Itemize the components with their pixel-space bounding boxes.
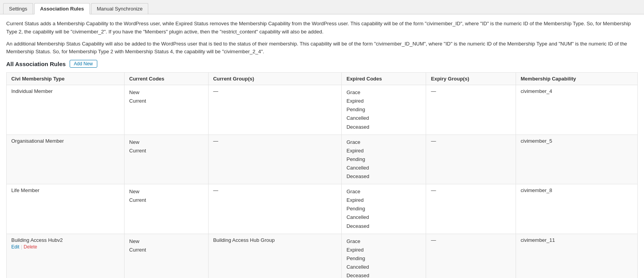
cell-membership-type: Individual Member	[7, 85, 125, 135]
cell-expired-codes: GraceExpiredPendingCancelledDeceased	[342, 135, 426, 184]
cell-current-codes: NewCurrent	[125, 184, 209, 234]
tabs-bar: Settings Association Rules Manual Synchr…	[0, 0, 644, 14]
edit-link[interactable]: Edit	[11, 244, 19, 250]
section-header: All Association Rules Add New	[6, 60, 638, 68]
cell-membership-type: Life Member	[7, 184, 125, 234]
cell-current-groups: —	[208, 135, 342, 184]
table-row: Organisational MemberNewCurrent—GraceExp…	[7, 135, 638, 184]
cell-capability: civimember_4	[516, 85, 638, 135]
delete-link[interactable]: Delete	[24, 244, 37, 250]
cell-capability: civimember_11	[516, 234, 638, 278]
table-row: Building Access Hubv2Edit | DeleteNewCur…	[7, 234, 638, 278]
cell-expired-codes: GraceExpiredPendingCancelledDeceased	[342, 85, 426, 135]
table-header-row: Civi Membership Type Current Codes Curre…	[7, 73, 638, 85]
cell-current-codes: NewCurrent	[125, 234, 209, 278]
page-wrapper: Settings Association Rules Manual Synchr…	[0, 0, 644, 278]
table-row: Life MemberNewCurrent—GraceExpiredPendin…	[7, 184, 638, 234]
tab-manual-synchronize[interactable]: Manual Synchronize	[91, 3, 149, 14]
tab-association-rules[interactable]: Association Rules	[34, 3, 90, 14]
col-header-current-groups: Current Group(s)	[208, 73, 342, 85]
tab-settings[interactable]: Settings	[3, 3, 33, 14]
action-separator: |	[21, 244, 22, 250]
table-row: Individual MemberNewCurrent—GraceExpired…	[7, 85, 638, 135]
col-header-capability: Membership Capability	[516, 73, 638, 85]
cell-current-codes: NewCurrent	[125, 85, 209, 135]
col-header-expired-codes: Expired Codes	[342, 73, 426, 85]
cell-expiry-groups: —	[426, 184, 516, 234]
cell-expiry-groups: —	[426, 135, 516, 184]
cell-expired-codes: GraceExpiredPendingCancelledDeceased	[342, 234, 426, 278]
cell-current-codes: NewCurrent	[125, 135, 209, 184]
cell-membership-type: Organisational Member	[7, 135, 125, 184]
cell-current-groups: Building Access Hub Group	[208, 234, 342, 278]
cell-current-groups: —	[208, 184, 342, 234]
cell-expiry-groups: —	[426, 85, 516, 135]
row-actions: Edit | Delete	[11, 244, 119, 250]
association-rules-table: Civi Membership Type Current Codes Curre…	[6, 72, 638, 278]
col-header-current-codes: Current Codes	[125, 73, 209, 85]
cell-current-groups: —	[208, 85, 342, 135]
col-header-expiry-groups: Expiry Group(s)	[426, 73, 516, 85]
col-header-membership-type: Civi Membership Type	[7, 73, 125, 85]
main-content: Current Status adds a Membership Capabil…	[0, 14, 644, 278]
description-paragraph-2: An additional Membership Status Capabili…	[6, 40, 638, 56]
cell-expiry-groups: —	[426, 234, 516, 278]
description-paragraph-1: Current Status adds a Membership Capabil…	[6, 20, 638, 36]
cell-capability: civimember_8	[516, 184, 638, 234]
cell-membership-type: Building Access Hubv2Edit | Delete	[7, 234, 125, 278]
add-new-button[interactable]: Add New	[70, 60, 97, 68]
section-title: All Association Rules	[6, 61, 66, 67]
cell-capability: civimember_5	[516, 135, 638, 184]
cell-expired-codes: GraceExpiredPendingCancelledDeceased	[342, 184, 426, 234]
